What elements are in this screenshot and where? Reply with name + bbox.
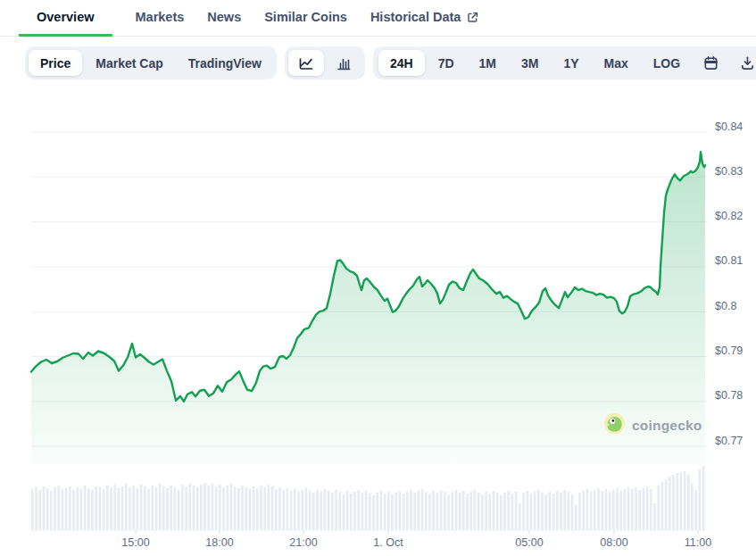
- x-axis-labels: 15:0018:0021:001. Oct05:0008:0011:00: [121, 536, 711, 549]
- calendar-icon: [702, 54, 719, 71]
- svg-text:$0.79: $0.79: [715, 344, 743, 357]
- bar-chart-type-button[interactable]: [326, 50, 361, 76]
- range-1y-button[interactable]: 1Y: [552, 50, 590, 76]
- price-toggle-button[interactable]: Price: [29, 50, 82, 76]
- range-24h-button[interactable]: 24H: [378, 50, 425, 76]
- market-cap-toggle-button[interactable]: Market Cap: [84, 50, 174, 76]
- x-axis-ticks: [136, 530, 698, 535]
- download-chart-button[interactable]: [730, 50, 756, 76]
- line-chart-type-button[interactable]: [288, 50, 324, 76]
- coingecko-watermark-text: coingecko: [632, 418, 702, 434]
- metric-toggle-group: Price Market Cap TradingView: [25, 46, 277, 79]
- tab-news-label: News: [207, 10, 241, 24]
- tab-markets-label: Markets: [136, 10, 185, 24]
- y-axis-labels: $0.84$0.83$0.82$0.81$0.8$0.79$0.78$0.77: [715, 120, 743, 447]
- svg-text:18:00: 18:00: [205, 536, 233, 549]
- tab-markets[interactable]: Markets: [136, 0, 185, 37]
- tab-historical-data-label: Historical Data: [370, 10, 461, 24]
- external-link-icon: [466, 11, 479, 24]
- svg-text:08:00: 08:00: [600, 536, 627, 549]
- range-1m-button[interactable]: 1M: [468, 50, 508, 76]
- tab-news[interactable]: News: [207, 0, 241, 37]
- svg-text:$0.83: $0.83: [715, 165, 743, 178]
- coingecko-watermark: coingecko: [603, 412, 702, 438]
- volume-bars: [31, 466, 704, 530]
- svg-text:05:00: 05:00: [515, 536, 543, 549]
- svg-text:$0.81: $0.81: [715, 254, 743, 267]
- line-chart-icon: [297, 54, 315, 72]
- svg-text:$0.8: $0.8: [715, 300, 736, 312]
- tradingview-toggle-button[interactable]: TradingView: [177, 50, 273, 76]
- download-icon: [739, 54, 756, 71]
- chart-toolbar: Price Market Cap TradingView 24H 7D 1M: [0, 46, 756, 79]
- tab-similar-coins-label: Similar Coins: [264, 10, 347, 24]
- range-max-button[interactable]: Max: [593, 50, 640, 76]
- coin-page-tab-bar: Overview Markets News Similar Coins Hist…: [0, 0, 756, 37]
- price-chart[interactable]: $0.84$0.83$0.82$0.81$0.8$0.79$0.78$0.771…: [0, 0, 756, 556]
- tab-similar-coins[interactable]: Similar Coins: [264, 0, 347, 37]
- bar-chart-icon: [335, 54, 353, 72]
- coingecko-gecko-logo-icon: [603, 412, 626, 438]
- range-7d-button[interactable]: 7D: [427, 50, 466, 76]
- log-scale-button[interactable]: LOG: [642, 50, 692, 76]
- range-3m-button[interactable]: 3M: [510, 50, 550, 76]
- svg-text:21:00: 21:00: [289, 536, 317, 549]
- svg-text:11:00: 11:00: [685, 536, 711, 549]
- svg-text:$0.84: $0.84: [715, 120, 743, 133]
- date-range-picker-button[interactable]: [694, 50, 728, 76]
- tab-overview[interactable]: Overview: [19, 0, 112, 37]
- svg-text:$0.77: $0.77: [715, 435, 743, 447]
- chart-type-group: [285, 46, 365, 79]
- tab-overview-label: Overview: [37, 10, 95, 24]
- svg-text:1. Oct: 1. Oct: [373, 536, 403, 549]
- svg-text:$0.78: $0.78: [715, 389, 743, 402]
- svg-text:$0.82: $0.82: [715, 210, 743, 222]
- svg-text:15:00: 15:00: [121, 536, 149, 549]
- time-range-group: 24H 7D 1M 3M 1Y Max LOG: [373, 46, 756, 79]
- tab-historical-data[interactable]: Historical Data: [370, 0, 480, 37]
